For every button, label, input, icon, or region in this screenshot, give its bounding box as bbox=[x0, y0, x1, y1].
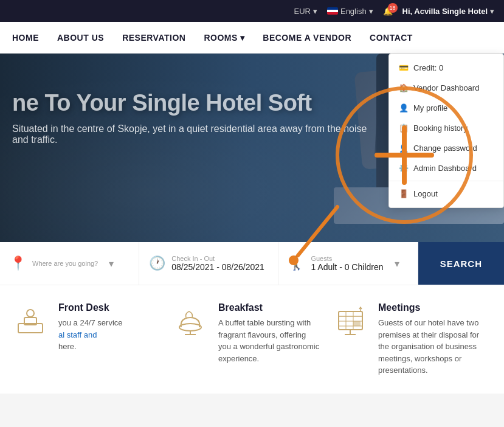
dropdown-vendor-label: Vendor Dashboard bbox=[413, 83, 479, 92]
front-desk-desc: you a 24/7 serviceal staff andhere. bbox=[58, 317, 123, 353]
meetings-title: Meetings bbox=[378, 302, 480, 313]
svg-point-2 bbox=[27, 310, 34, 317]
breakfast-desc: A buffet table bursting with fragrant fl… bbox=[218, 317, 320, 364]
nav-home[interactable]: HOME bbox=[12, 33, 39, 43]
rooms-chevron: ▾ bbox=[240, 33, 245, 43]
language-selector[interactable]: English ▾ bbox=[327, 7, 373, 16]
guests-field[interactable]: 🚶 Guests 1 Adult - 0 Children ▾ bbox=[278, 242, 418, 285]
hero-subtitle: Situated in the centre of Skopje, yet in… bbox=[12, 123, 377, 145]
flag-icon bbox=[327, 7, 338, 15]
guests-icon: 🚶 bbox=[288, 255, 305, 271]
dropdown-credit-label: Credit: 0 bbox=[413, 63, 443, 72]
front-desk-text: Front Desk you a 24/7 serviceal staff an… bbox=[58, 302, 123, 353]
location-icon: 📍 bbox=[10, 255, 26, 271]
where-field[interactable]: 📍 Where are you going? ▾ bbox=[0, 242, 139, 285]
guests-chevron: ▾ bbox=[395, 258, 399, 269]
main-nav: HOME ABOUT US RESERVATION ROOMS ▾ BECOME… bbox=[0, 22, 504, 54]
feature-breakfast: Breakfast A buffet table bursting with f… bbox=[172, 302, 332, 377]
dropdown-profile-label: My profile bbox=[413, 103, 447, 113]
currency-chevron: ▾ bbox=[313, 7, 317, 16]
dropdown-vendor-dashboard[interactable]: 🏠 Vendor Dashboard bbox=[389, 78, 503, 98]
nav-about[interactable]: ABOUT US bbox=[57, 33, 104, 43]
meetings-icon bbox=[334, 304, 367, 338]
feature-front-desk: Front Desk you a 24/7 serviceal staff an… bbox=[12, 302, 172, 377]
breakfast-icon bbox=[174, 304, 207, 338]
where-label: Where are you going? bbox=[32, 260, 98, 267]
breakfast-icon-wrap bbox=[172, 302, 209, 339]
guests-value: 1 Adult - 0 Children bbox=[311, 262, 383, 272]
nav-reservation[interactable]: RESERVATION bbox=[122, 33, 185, 43]
dropdown-password-label: Change password bbox=[413, 144, 477, 153]
where-chevron: ▾ bbox=[109, 258, 114, 269]
dropdown-booking-history[interactable]: 📋 Booking history bbox=[389, 118, 503, 138]
nav-contact[interactable]: CONTACT bbox=[370, 33, 413, 43]
checkin-value: 08/25/2021 - 08/26/2021 bbox=[171, 262, 264, 272]
search-bar: 📍 Where are you going? ▾ 🕐 Check In - Ou… bbox=[0, 242, 504, 285]
front-desk-icon bbox=[15, 305, 46, 336]
dropdown-logout-label: Logout bbox=[413, 189, 438, 198]
front-desk-title: Front Desk bbox=[58, 302, 123, 313]
credit-icon: 💳 bbox=[399, 63, 409, 72]
vendor-dashboard-icon: 🏠 bbox=[399, 83, 409, 92]
breakfast-title: Breakfast bbox=[218, 302, 320, 313]
language-chevron: ▾ bbox=[369, 7, 373, 16]
user-name-label: Hi, Acvilla Single Hotel bbox=[402, 7, 488, 16]
dropdown-change-password[interactable]: 👤 Change password bbox=[389, 138, 503, 158]
calendar-icon: 🕐 bbox=[149, 255, 165, 271]
feature-meetings: Meetings Guests of our hotel have two pr… bbox=[332, 302, 492, 377]
dropdown-admin-label: Admin Dashboard bbox=[413, 164, 477, 173]
currency-label: EUR bbox=[294, 7, 311, 16]
front-desk-icon-wrap bbox=[12, 302, 49, 339]
profile-icon: 👤 bbox=[399, 103, 409, 113]
dropdown-divider bbox=[389, 181, 503, 181]
nav-rooms[interactable]: ROOMS ▾ bbox=[204, 33, 244, 43]
notification-bell[interactable]: 🔔 18 bbox=[383, 7, 393, 16]
logout-icon: 🚪 bbox=[399, 189, 409, 198]
meetings-text: Meetings Guests of our hotel have two pr… bbox=[378, 302, 480, 377]
dropdown-credit[interactable]: 💳 Credit: 0 bbox=[389, 58, 503, 78]
notification-badge: 18 bbox=[388, 3, 398, 13]
checkin-label: Check In - Out bbox=[171, 255, 264, 262]
dropdown-admin-dashboard[interactable]: ⚙️ Admin Dashboard bbox=[389, 158, 503, 178]
front-desk-link[interactable]: al staff and bbox=[58, 330, 97, 339]
breakfast-text: Breakfast A buffet table bursting with f… bbox=[218, 302, 320, 364]
currency-selector[interactable]: EUR ▾ bbox=[294, 7, 317, 16]
admin-icon: ⚙️ bbox=[399, 164, 409, 173]
guests-label: Guests bbox=[311, 255, 383, 262]
features-section: Front Desk you a 24/7 serviceal staff an… bbox=[0, 285, 504, 394]
dropdown-logout[interactable]: 🚪 Logout bbox=[389, 184, 503, 204]
dropdown-history-label: Booking history bbox=[413, 123, 468, 133]
search-button[interactable]: SEARCH bbox=[418, 242, 504, 285]
user-dropdown-menu: 💳 Credit: 0 🏠 Vendor Dashboard 👤 My prof… bbox=[388, 54, 504, 208]
password-icon: 👤 bbox=[399, 144, 409, 153]
top-bar: EUR ▾ English ▾ 🔔 18 Hi, Acvilla Single … bbox=[0, 0, 504, 22]
meetings-icon-wrap bbox=[332, 302, 368, 339]
svg-rect-6 bbox=[339, 311, 362, 330]
nav-vendor[interactable]: BECOME A VENDOR bbox=[263, 33, 351, 43]
user-menu-trigger[interactable]: Hi, Acvilla Single Hotel ▾ bbox=[402, 7, 494, 16]
svg-rect-12 bbox=[353, 321, 361, 326]
user-chevron: ▾ bbox=[490, 7, 494, 16]
history-icon: 📋 bbox=[399, 123, 409, 133]
dropdown-my-profile[interactable]: 👤 My profile bbox=[389, 98, 503, 118]
checkin-field[interactable]: 🕐 Check In - Out 08/25/2021 - 08/26/2021 bbox=[139, 242, 278, 285]
meetings-desc: Guests of our hotel have two premises at… bbox=[378, 317, 480, 377]
language-label: English bbox=[340, 7, 367, 16]
svg-point-3 bbox=[179, 324, 201, 331]
